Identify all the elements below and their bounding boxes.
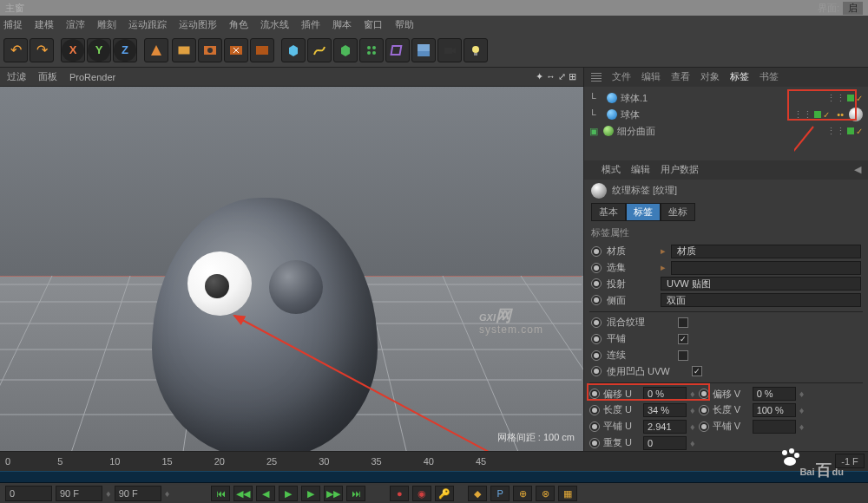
opt-4-button[interactable]: ⊗ (536, 486, 555, 501)
play-button[interactable]: ▶ (279, 486, 298, 501)
axis-x-button[interactable]: X (61, 38, 85, 62)
env-button[interactable] (411, 38, 436, 62)
objtab-view[interactable]: 查看 (671, 70, 690, 83)
objtab-tags[interactable]: 标签 (730, 70, 749, 83)
menu-script[interactable]: 脚本 (332, 18, 352, 31)
selection-field[interactable] (671, 261, 861, 275)
coord-button[interactable] (144, 38, 168, 62)
next-frame-button[interactable]: ▶ (301, 486, 320, 501)
main-toolbar: ↶ ↷ X Y Z (0, 33, 868, 68)
menu-motiontrack[interactable]: 运动跟踪 (128, 18, 167, 31)
prev-key-button[interactable]: ◀◀ (233, 486, 253, 501)
subtab-basic[interactable]: 基本 (591, 203, 626, 221)
tree-row-subdiv[interactable]: ▣ 细分曲面 ⋮⋮✓ (589, 123, 863, 140)
attrtab-userdata[interactable]: 用户数据 (661, 163, 699, 176)
material-field[interactable]: 材质 (671, 245, 861, 258)
menu-character[interactable]: 角色 (229, 18, 248, 31)
render-region-button[interactable] (198, 38, 222, 62)
length-u-field[interactable]: 34 % (643, 403, 687, 417)
menu-sculpt[interactable]: 雕刻 (97, 18, 116, 31)
projection-field[interactable]: UVW 贴图 (661, 277, 861, 291)
opt-1-button[interactable]: ◆ (468, 486, 487, 501)
undo-button[interactable]: ↶ (3, 38, 28, 62)
cube-button[interactable] (281, 38, 306, 62)
svg-point-17 (472, 46, 479, 53)
objtab-object[interactable]: 对象 (700, 70, 720, 83)
menu-mograph[interactable]: 运动图形 (179, 18, 217, 31)
subtab-coord[interactable]: 坐标 (661, 203, 695, 221)
prev-frame-button[interactable]: ◀ (256, 486, 275, 501)
opt-3-button[interactable]: ⊕ (513, 486, 532, 501)
subtab-tag[interactable]: 标签 (626, 203, 661, 221)
cont-checkbox[interactable] (678, 350, 688, 361)
anim-dot[interactable] (591, 317, 602, 328)
length-v-field[interactable]: 100 % (753, 403, 796, 417)
opt-2-button[interactable]: P (490, 486, 510, 501)
next-key-button[interactable]: ▶▶ (324, 486, 343, 501)
menu-render[interactable]: 渲滓 (66, 18, 85, 31)
axis-y-button[interactable]: Y (87, 38, 111, 62)
anim-dot[interactable] (591, 366, 602, 376)
repeat-u-field[interactable]: 0 (643, 436, 687, 450)
anim-dot[interactable] (591, 246, 602, 257)
light-button[interactable] (464, 38, 488, 62)
vp-tab-panel[interactable]: 面板 (38, 70, 57, 83)
anim-dot[interactable] (591, 263, 602, 273)
go-end-button[interactable]: ⏭ (346, 486, 365, 501)
menu-help[interactable]: 帮助 (395, 18, 414, 31)
camera-button[interactable] (437, 38, 462, 62)
mix-checkbox[interactable] (678, 317, 688, 328)
nav-arrow-icon[interactable]: ◀ (854, 164, 861, 175)
svg-point-3 (207, 48, 213, 53)
menu-capture[interactable]: 捕捉 (3, 18, 23, 31)
record-button[interactable]: ● (390, 486, 409, 501)
generator-button[interactable] (333, 38, 358, 62)
timeline-ruler[interactable]: 0 51015202530354045 -1 F (0, 452, 868, 471)
objtab-bookmark[interactable]: 书签 (760, 70, 779, 83)
svg-point-38 (789, 448, 794, 454)
deformer-button[interactable] (385, 38, 410, 62)
menu-model[interactable]: 建模 (35, 18, 54, 31)
tile-u-field[interactable]: 2.941 (643, 420, 687, 434)
viewport-3d[interactable]: GXI网 system.com 网格间距 : 100 cm (0, 87, 583, 451)
anim-dot[interactable] (591, 295, 602, 305)
attrtab-mode[interactable]: 模式 (602, 163, 621, 176)
cloner-button[interactable] (359, 38, 384, 62)
spline-button[interactable] (307, 38, 332, 62)
anim-dot[interactable] (591, 278, 602, 289)
interface-switcher[interactable]: 界面: 启 (818, 2, 863, 15)
axis-z-button[interactable]: Z (113, 38, 137, 62)
tile-v-field[interactable] (753, 420, 796, 434)
render-pv-button[interactable] (224, 38, 248, 62)
side-field[interactable]: 双面 (661, 293, 861, 307)
menu-pipeline[interactable]: 流水线 (260, 18, 289, 31)
viewport-nav-icons[interactable]: ✦ ↔ ⤢ ⊞ (536, 71, 576, 82)
current-frame-field[interactable]: 90 F (115, 486, 161, 501)
vp-tab-filter[interactable]: 过滤 (7, 70, 26, 83)
keyframe-button[interactable]: 🔑 (435, 486, 454, 501)
redo-button[interactable]: ↷ (30, 38, 54, 62)
go-start-button[interactable]: ⏮ (211, 486, 230, 501)
opt-5-button[interactable]: ▦ (558, 486, 577, 501)
object-tree[interactable]: └ 球体.1 ⋮⋮✓ └ 球体 ⋮⋮✓ •• ▣ 细分曲面 ⋮⋮✓ (584, 87, 868, 160)
autokey-button[interactable]: ◉ (412, 486, 431, 501)
burger-icon[interactable] (591, 73, 602, 82)
menu-window[interactable]: 窗口 (364, 18, 383, 31)
menu-plugins[interactable]: 插件 (301, 18, 320, 31)
anim-dot[interactable] (591, 334, 602, 344)
tile-checkbox[interactable]: ✓ (678, 334, 688, 344)
start-frame-field[interactable]: 0 (5, 486, 52, 501)
render-settings-button[interactable] (250, 38, 274, 62)
objtab-file[interactable]: 文件 (612, 70, 631, 83)
bump-checkbox[interactable]: ✓ (692, 366, 702, 376)
render-view-button[interactable] (172, 38, 196, 62)
title-text: 主窗 (5, 2, 24, 15)
offset-v-field[interactable]: 0 % (753, 387, 796, 401)
end-frame-field[interactable]: 90 F (56, 486, 102, 501)
anim-dot[interactable] (591, 350, 602, 361)
menu-bar: 捕捉 建模 渲滓 雕刻 运动跟踪 运动图形 角色 流水线 插件 脚本 窗口 帮助 (0, 16, 868, 33)
vp-tab-prorender[interactable]: ProRender (69, 72, 115, 82)
attrtab-edit[interactable]: 编辑 (631, 163, 650, 176)
timeline-track[interactable] (0, 471, 868, 483)
objtab-edit[interactable]: 编辑 (641, 70, 661, 83)
